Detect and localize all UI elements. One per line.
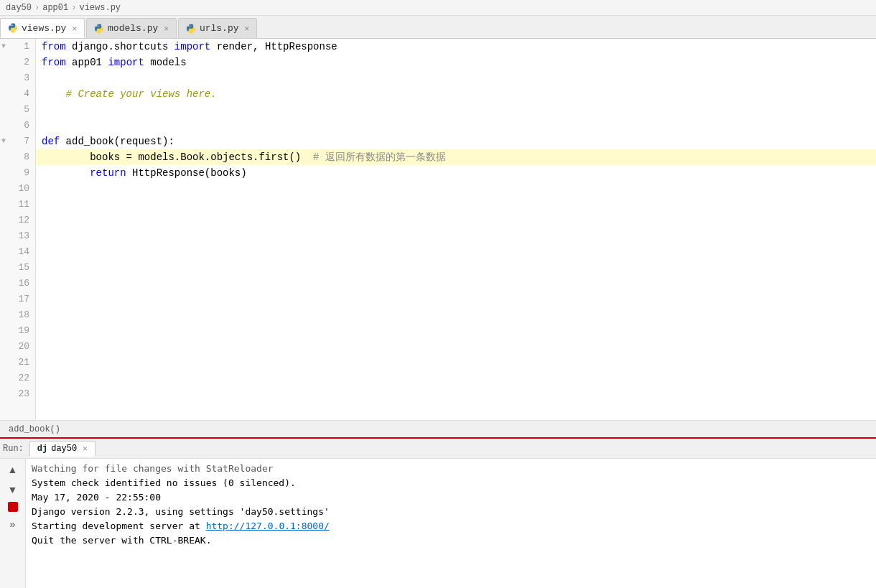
fold-marker-1[interactable]: ▼: [1, 39, 6, 55]
fold-marker-7[interactable]: ▼: [1, 134, 6, 149]
run-tab-close[interactable]: ✕: [83, 444, 88, 453]
run-sidebar: ▲ ▼ »: [0, 459, 26, 588]
line-num-18: 18: [0, 307, 35, 323]
function-name: add_book(): [9, 424, 60, 434]
status-bar: add_book(): [0, 420, 876, 437]
breadcrumb-item-2[interactable]: app01: [42, 3, 68, 13]
code-line-17: [36, 291, 876, 307]
code-line-9: return HttpResponse(books): [36, 165, 876, 181]
python-icon-views: [8, 23, 18, 33]
tab-views-close[interactable]: ✕: [72, 24, 77, 33]
output-line-6: Quit the server with CTRL-BREAK.: [32, 533, 870, 548]
output-line-5: Starting development server at http://12…: [32, 519, 870, 533]
code-line-20: [36, 339, 876, 355]
breadcrumb-item-1[interactable]: day50: [6, 3, 32, 13]
server-url-link[interactable]: http://127.0.0.1:8000/: [206, 521, 330, 531]
editor-area: ▼ 1 2 3 4 5 6 ▼ 7 8 9 10 11 12 13 14 15 …: [0, 39, 876, 437]
output-line-1: Watching for file changes with StatReloa…: [32, 462, 870, 476]
run-label: Run:: [3, 444, 24, 454]
line-num-14: 14: [0, 244, 35, 260]
tab-models[interactable]: models.py ✕: [86, 18, 177, 38]
line-num-9: 9: [0, 165, 35, 181]
code-line-21: [36, 355, 876, 370]
line-num-22: 22: [0, 370, 35, 386]
python-icon-urls: [186, 24, 196, 34]
run-tab-bar: Run: dj day50 ✕: [0, 439, 876, 459]
code-line-18: [36, 307, 876, 323]
code-line-16: [36, 276, 876, 291]
line-num-7: ▼ 7: [0, 134, 35, 149]
code-line-22: [36, 370, 876, 386]
line-num-21: 21: [0, 355, 35, 370]
tab-views[interactable]: views.py ✕: [0, 18, 85, 38]
tab-bar: views.py ✕ models.py ✕ urls.py ✕: [0, 16, 876, 39]
line-num-13: 13: [0, 228, 35, 244]
output-line-2: System check identified no issues (0 sil…: [32, 476, 870, 490]
code-line-10: [36, 181, 876, 197]
line-num-2: 2: [0, 55, 35, 70]
code-line-13: [36, 228, 876, 244]
stop-button[interactable]: [8, 502, 18, 512]
code-line-4: # Create your views here.: [36, 86, 876, 102]
line-num-4: 4: [0, 86, 35, 102]
breadcrumb-sep-2: ›: [71, 3, 76, 13]
run-panel: Run: dj day50 ✕ ▲ ▼ » Watching for file …: [0, 437, 876, 588]
code-line-2: from app01 import models: [36, 55, 876, 70]
line-num-15: 15: [0, 260, 35, 276]
output-line-4: Django version 2.2.3, using settings 'da…: [32, 505, 870, 519]
breadcrumb-item-3[interactable]: views.py: [79, 3, 121, 13]
line-num-20: 20: [0, 339, 35, 355]
output-line-3: May 17, 2020 - 22:55:00: [32, 490, 870, 505]
tab-urls-label: urls.py: [200, 23, 239, 34]
line-num-6: 6: [0, 118, 35, 134]
code-line-19: [36, 323, 876, 339]
code-line-12: [36, 213, 876, 228]
line-num-1: ▼ 1: [0, 39, 35, 55]
code-line-3: [36, 70, 876, 86]
code-line-8: books = models.Book.objects.first() # 返回…: [36, 149, 876, 165]
code-line-23: [36, 386, 876, 402]
run-content: ▲ ▼ » Watching for file changes with Sta…: [0, 459, 876, 588]
code-line-1: from django.shortcuts import render, Htt…: [36, 39, 876, 55]
code-container: ▼ 1 2 3 4 5 6 ▼ 7 8 9 10 11 12 13 14 15 …: [0, 39, 876, 420]
tab-urls-close[interactable]: ✕: [245, 24, 250, 33]
run-output: Watching for file changes with StatReloa…: [26, 459, 876, 588]
line-num-12: 12: [0, 213, 35, 228]
breadcrumb-sep-1: ›: [34, 3, 39, 13]
line-num-10: 10: [0, 181, 35, 197]
code-line-14: [36, 244, 876, 260]
line-num-17: 17: [0, 291, 35, 307]
code-line-7: def add_book(request):: [36, 134, 876, 149]
line-num-11: 11: [0, 197, 35, 213]
tab-models-close[interactable]: ✕: [164, 24, 169, 33]
line-num-8: 8: [0, 149, 35, 165]
line-num-19: 19: [0, 323, 35, 339]
code-lines[interactable]: from django.shortcuts import render, Htt…: [36, 39, 876, 420]
line-numbers: ▼ 1 2 3 4 5 6 ▼ 7 8 9 10 11 12 13 14 15 …: [0, 39, 36, 420]
tab-models-label: models.py: [108, 23, 158, 34]
code-line-11: [36, 197, 876, 213]
run-tab-label: day50: [51, 444, 77, 454]
line-num-23: 23: [0, 386, 35, 402]
more-button[interactable]: »: [5, 516, 21, 532]
scroll-down-button[interactable]: ▼: [5, 482, 21, 498]
tab-views-label: views.py: [22, 23, 66, 34]
code-line-5: [36, 102, 876, 118]
scroll-up-button[interactable]: ▲: [5, 462, 21, 477]
code-line-6: [36, 118, 876, 134]
run-tab-day50[interactable]: dj day50 ✕: [29, 441, 95, 457]
code-line-15: [36, 260, 876, 276]
line-num-3: 3: [0, 70, 35, 86]
line-num-16: 16: [0, 276, 35, 291]
tab-urls[interactable]: urls.py ✕: [178, 18, 257, 38]
line-num-5: 5: [0, 102, 35, 118]
breadcrumb: day50 › app01 › views.py: [0, 0, 876, 16]
python-icon-models: [94, 24, 104, 34]
django-icon: dj: [37, 444, 47, 454]
